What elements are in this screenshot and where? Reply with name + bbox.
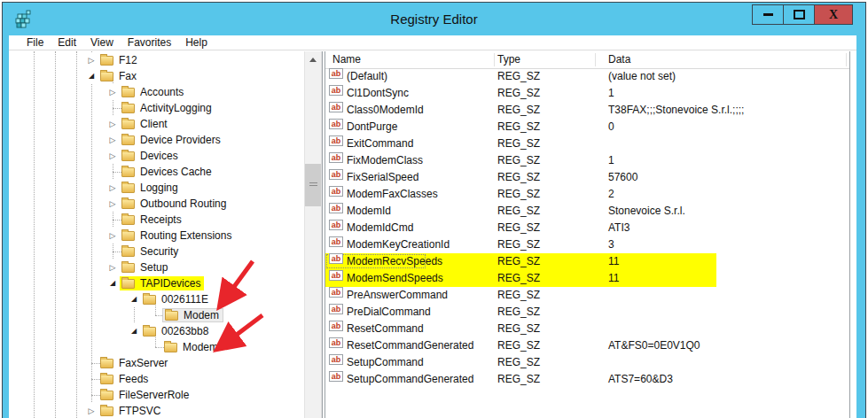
tree-item-outbound-routing[interactable]: ▷Outbound Routing [108, 196, 230, 212]
tree-item-activitylogging[interactable]: ActivityLogging [108, 100, 215, 116]
expand-icon[interactable]: ▷ [87, 52, 96, 68]
collapse-icon[interactable]: ◢ [129, 323, 138, 339]
tree-node[interactable]: TAPIDevices [120, 276, 204, 290]
tree-node[interactable]: Security [120, 244, 182, 259]
expand-icon[interactable]: ▷ [87, 403, 96, 418]
tree-item-security[interactable]: Security [108, 244, 182, 259]
tree-item-label: ActivityLogging [140, 102, 212, 114]
tree-node[interactable]: Devices [120, 149, 182, 163]
menu-item-edit[interactable]: Edit [51, 35, 83, 50]
tree-node[interactable]: Routing Extensions [120, 228, 235, 243]
tree-item-fileserverrole[interactable]: FileServerRole [87, 387, 192, 403]
tree-item-devices-cache[interactable]: Devices Cache [108, 164, 215, 180]
tree-item-accounts[interactable]: ▷Accounts [108, 84, 187, 100]
tree-node[interactable]: FTPSVC [98, 404, 164, 418]
tree-item-modem[interactable]: Modem [151, 339, 222, 355]
tree-item-tapidevices[interactable]: ◢TAPIDevices [108, 275, 204, 291]
expand-icon[interactable]: ▷ [108, 84, 117, 100]
expand-icon[interactable]: ▷ [108, 132, 117, 148]
tree-node[interactable]: Outbound Routing [120, 197, 230, 211]
expand-icon[interactable]: ▷ [108, 228, 117, 244]
collapse-icon[interactable]: ◢ [87, 68, 96, 84]
value-row-dontpurge[interactable]: abDontPurgeREG_SZ0 [325, 119, 849, 135]
value-row-modemsendspeeds[interactable]: abModemSendSpeedsREG_SZ11 [325, 270, 849, 287]
tree-item-device-providers[interactable]: ▷Device Providers [108, 132, 224, 148]
collapse-icon[interactable]: ◢ [108, 275, 117, 291]
registry-tree-pane[interactable]: ▷F12◢Fax▷AccountsActivityLogging▷Client▷… [9, 51, 304, 418]
value-row-class0modemid[interactable]: abClass0ModemIdREG_SZT38FAX;;;Stonevoice… [325, 102, 849, 119]
tree-item-fax[interactable]: ◢Fax [87, 68, 140, 84]
value-row--default-[interactable]: ab(Default)REG_SZ(value not set) [325, 68, 849, 85]
expand-icon[interactable]: ▷ [108, 148, 117, 164]
value-row-fixserialspeed[interactable]: abFixSerialSpeedREG_SZ57600 [325, 169, 849, 186]
tree-scrollbar[interactable] [304, 51, 322, 418]
value-row-modemkeycreationid[interactable]: abModemKeyCreationIdREG_SZ3 [325, 236, 849, 253]
column-header-data[interactable]: Data [608, 51, 630, 68]
tree-item-modem[interactable]: Modem [151, 307, 223, 323]
value-row-modemrecvspeeds[interactable]: abModemRecvSpeedsREG_SZ11 [325, 253, 849, 270]
expand-icon[interactable]: ▷ [108, 196, 117, 212]
menu-item-help[interactable]: Help [178, 35, 215, 50]
value-row-fixmodemclass[interactable]: abFixModemClassREG_SZ1 [325, 152, 849, 169]
column-divider[interactable] [595, 53, 596, 66]
menu-item-view[interactable]: View [83, 35, 121, 50]
tree-item-f12[interactable]: ▷F12 [87, 52, 141, 68]
tree-node[interactable]: Modem [162, 308, 223, 322]
value-name: SetupCommand [347, 354, 424, 371]
tree-node[interactable]: Device Providers [120, 133, 224, 147]
tree-node[interactable]: Setup [120, 260, 171, 275]
tree-node[interactable]: Devices Cache [120, 165, 215, 179]
tree-node[interactable]: F12 [98, 53, 141, 67]
tree-node[interactable]: ActivityLogging [120, 101, 215, 115]
tree-item-setup[interactable]: ▷Setup [108, 259, 171, 275]
tree-node[interactable]: Feeds [98, 372, 152, 386]
tree-node[interactable]: Modem [162, 340, 222, 354]
tree-item-feeds[interactable]: Feeds [87, 371, 152, 387]
collapse-icon[interactable]: ◢ [129, 291, 138, 307]
tree-node[interactable]: Accounts [120, 85, 187, 99]
value-row-preanswercommand[interactable]: abPreAnswerCommandREG_SZ [325, 287, 849, 304]
tree-node[interactable]: Client [120, 117, 171, 131]
column-divider[interactable] [494, 53, 495, 66]
value-data: 3 [608, 236, 614, 253]
tree-node[interactable]: FaxServer [98, 356, 171, 370]
expand-icon[interactable]: ▷ [108, 259, 117, 275]
tree-item-logging[interactable]: ▷Logging [108, 180, 182, 196]
column-header-type[interactable]: Type [497, 51, 520, 68]
value-row-setupcommandgenerated[interactable]: abSetupCommandGeneratedREG_SZATS7=60&D3 [325, 371, 849, 388]
value-row-cl1dontsync[interactable]: abCl1DontSyncREG_SZ1 [325, 85, 849, 102]
value-row-exitcommand[interactable]: abExitCommandREG_SZ [325, 135, 849, 152]
value-row-predialcommand[interactable]: abPreDialCommandREG_SZ [325, 304, 849, 321]
value-row-resetcommand[interactable]: abResetCommandREG_SZ [325, 321, 849, 337]
tree-node[interactable]: Receipts [120, 213, 185, 227]
tree-node[interactable]: FileServerRole [98, 388, 192, 402]
tree-item-client[interactable]: ▷Client [108, 116, 171, 132]
registry-values-pane[interactable]: NameTypeDataab(Default)REG_SZ(value not … [325, 51, 850, 418]
menu-item-favorites[interactable]: Favorites [121, 35, 178, 50]
value-row-modemidcmd[interactable]: abModemIdCmdREG_SZATI3 [325, 220, 849, 236]
pane-divider[interactable] [322, 51, 323, 418]
tree-node[interactable]: Logging [120, 181, 182, 195]
tree-item-label: Modem [184, 309, 219, 321]
value-row-resetcommandgenerated[interactable]: abResetCommandGeneratedREG_SZAT&FS0=0E0V… [325, 337, 849, 354]
expand-icon[interactable]: ▷ [108, 116, 117, 132]
tree-node[interactable]: 00263bb8 [141, 324, 212, 338]
value-row-modemfaxclasses[interactable]: abModemFaxClassesREG_SZ2 [325, 186, 849, 203]
tree-item-0026111e[interactable]: ◢0026111E [129, 291, 212, 307]
tree-node[interactable]: Fax [98, 69, 140, 83]
tree-item-faxserver[interactable]: FaxServer [87, 355, 171, 371]
scrollbar-up-button[interactable] [305, 51, 321, 67]
value-row-setupcommand[interactable]: abSetupCommandREG_SZ [325, 354, 849, 371]
expand-icon[interactable]: ▷ [108, 180, 117, 196]
tree-item-routing-extensions[interactable]: ▷Routing Extensions [108, 228, 235, 244]
tree-item-ftpsvc[interactable]: ▷FTPSVC [87, 403, 164, 418]
menu-item-file[interactable]: File [20, 35, 51, 50]
tree-node[interactable]: 0026111E [141, 292, 212, 306]
value-row-modemid[interactable]: abModemIdREG_SZStonevoice S.r.l. [325, 203, 849, 220]
scrollbar-thumb[interactable] [305, 164, 321, 206]
tree-item-receipts[interactable]: Receipts [108, 212, 185, 228]
tree-item-devices[interactable]: ▷Devices [108, 148, 182, 164]
column-header-name[interactable]: Name [332, 51, 361, 68]
tree-item-00263bb8[interactable]: ◢00263bb8 [129, 323, 212, 339]
column-divider[interactable] [846, 53, 847, 66]
